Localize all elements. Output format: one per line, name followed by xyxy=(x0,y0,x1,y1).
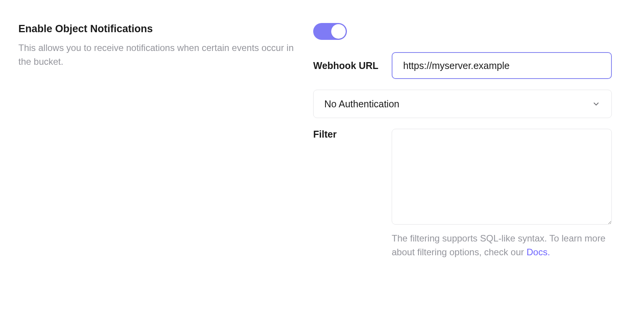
filter-help-text: The filtering supports SQL-like syntax. … xyxy=(392,232,612,259)
chevron-down-icon xyxy=(592,99,601,108)
authentication-select[interactable]: No Authentication xyxy=(313,90,612,118)
section-description: This allows you to receive notifications… xyxy=(18,41,298,69)
filter-textarea[interactable] xyxy=(392,129,612,225)
authentication-selected-value: No Authentication xyxy=(324,99,399,110)
webhook-url-label: Webhook URL xyxy=(313,60,384,71)
section-title: Enable Object Notifications xyxy=(18,23,298,35)
enable-notifications-toggle[interactable] xyxy=(313,23,347,40)
filter-label: Filter xyxy=(313,129,384,140)
filter-help-prefix: The filtering supports SQL-like syntax. … xyxy=(392,233,605,257)
toggle-knob xyxy=(331,24,346,39)
docs-link[interactable]: Docs. xyxy=(526,247,550,257)
webhook-url-input[interactable] xyxy=(392,52,612,79)
